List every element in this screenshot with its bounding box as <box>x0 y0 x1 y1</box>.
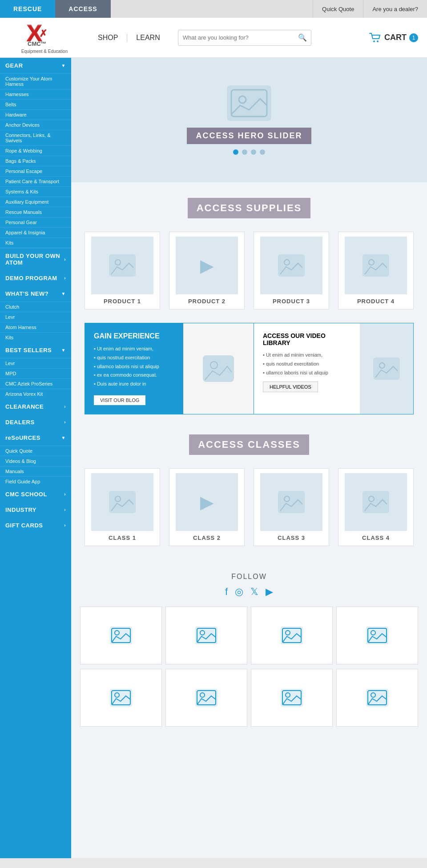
insta-6[interactable] <box>165 669 247 727</box>
sidebar-dealers-header[interactable]: DEALERS › <box>0 414 71 430</box>
hero-dot-4[interactable] <box>260 149 265 155</box>
supplies-title: ACCESS SUPPLIES <box>188 198 311 218</box>
header: X X ✗ CMC™ Equipment & Education SHOP LE… <box>0 18 427 58</box>
product-3[interactable]: PRODUCT 3 <box>254 232 329 309</box>
mid-center-placeholder <box>203 355 234 382</box>
insta-5[interactable] <box>80 669 162 727</box>
sidebar-item-levr[interactable]: Levr <box>0 358 71 368</box>
sidebar-item-arizona[interactable]: Arizona Vorex Kit <box>0 389 71 399</box>
build-chevron-icon: › <box>64 257 66 262</box>
top-nav: RESCUE ACCESS Quick Quote Are you a deal… <box>0 0 427 18</box>
logo-svg[interactable]: X X ✗ CMC™ <box>27 21 62 48</box>
sidebar-item-kits[interactable]: Kits <box>0 237 71 248</box>
insta-3[interactable] <box>251 607 333 664</box>
insta-8[interactable] <box>336 669 418 727</box>
mid-right-placeholder <box>373 358 400 380</box>
hero-dot-1[interactable] <box>233 149 238 155</box>
product-2[interactable]: ▶ PRODUCT 2 <box>169 232 245 309</box>
sidebar-item-quickquote[interactable]: Quick Quote <box>0 446 71 456</box>
sidebar-item-patient-care[interactable]: Patient Care & Transport <box>0 176 71 186</box>
search-input[interactable] <box>178 30 311 46</box>
sidebar-item-personal-escape[interactable]: Personal Escape <box>0 166 71 176</box>
insta-7[interactable] <box>251 669 333 727</box>
class-4[interactable]: CLASS 4 <box>338 468 414 546</box>
mid-left-point-5: Duis aute irure dolor in <box>94 380 174 389</box>
sidebar-item-mpd[interactable]: MPD <box>0 368 71 378</box>
class-1[interactable]: CLASS 1 <box>85 468 160 546</box>
sidebar-item-rescue-manuals[interactable]: Rescue Manuals <box>0 207 71 217</box>
hero-dot-3[interactable] <box>251 149 256 155</box>
sidebar-clearance-header[interactable]: CLEARANCE › <box>0 399 71 414</box>
sidebar-item-levr-new[interactable]: Levr <box>0 312 71 322</box>
sidebar-item-belts[interactable]: Belts <box>0 99 71 109</box>
class-4-label: CLASS 4 <box>362 534 390 541</box>
logo-area: X X ✗ CMC™ Equipment & Education <box>9 21 80 54</box>
helpful-videos-button[interactable]: HELPFUL VIDEOS <box>263 382 318 392</box>
sidebar-resources-header[interactable]: reSoURCES ▼ <box>0 430 71 446</box>
instagram-grid-row1 <box>71 607 427 664</box>
nav-access[interactable]: ACCESS <box>55 0 110 18</box>
mid-right-point-1: Ut enim ad minim veniam, <box>263 351 351 360</box>
nav-rescue[interactable]: RESCUE <box>0 0 55 18</box>
instagram-grid-row2 <box>71 669 427 727</box>
sidebar-item-manuals[interactable]: Manuals <box>0 466 71 476</box>
sidebar-item-videos-blog[interactable]: Videos & Blog <box>0 456 71 466</box>
cart-badge: 1 <box>409 33 418 42</box>
instagram-icon[interactable]: ◎ <box>235 586 243 598</box>
svg-point-4 <box>373 40 375 42</box>
visit-blog-button[interactable]: VISIT OUR BLOG <box>94 395 145 405</box>
class-1-image <box>91 473 153 531</box>
insta-4[interactable] <box>336 607 418 664</box>
hero-dot-2[interactable] <box>242 149 247 155</box>
facebook-icon[interactable]: f <box>225 586 228 598</box>
sidebar-item-hardware[interactable]: Hardware <box>0 109 71 120</box>
main-layout: GEAR ▼ Customize Your Atom Harness Harne… <box>0 58 427 858</box>
sidebar-item-kits-new[interactable]: Kits <box>0 332 71 342</box>
youtube-icon[interactable]: ▶ <box>266 586 273 598</box>
resources-chevron-icon: ▼ <box>61 435 66 440</box>
products-row: PRODUCT 1 ▶ PRODUCT 2 PRODUCT 3 PRODUCT … <box>71 227 427 318</box>
sidebar-item-anchor[interactable]: Anchor Devices <box>0 120 71 130</box>
class-3[interactable]: CLASS 3 <box>254 468 329 546</box>
sidebar-item-fieldguide[interactable]: Field Guide App <box>0 476 71 486</box>
class-2[interactable]: ▶ CLASS 2 <box>169 468 245 546</box>
cart-area[interactable]: CART 1 <box>369 33 418 43</box>
sidebar-whatsnew-header[interactable]: WHAT'S NEW? ▼ <box>0 286 71 301</box>
mid-left: GAIN EXPERIENCE Ut enim ad minim veniam,… <box>85 323 183 414</box>
sidebar-item-bags[interactable]: Bags & Packs <box>0 156 71 166</box>
gear-chevron-icon: ▼ <box>61 63 66 68</box>
quick-quote-link[interactable]: Quick Quote <box>313 0 363 18</box>
insta-1[interactable] <box>80 607 162 664</box>
sidebar-demo-header[interactable]: DEMO PROGRAM › <box>0 270 71 286</box>
dealer-link[interactable]: Are you a dealer? <box>363 0 427 18</box>
sidebar-item-atom-harness[interactable]: Atom Harness <box>0 322 71 332</box>
sidebar-item-auxiliary[interactable]: Auxiliary Equipment <box>0 197 71 207</box>
sidebar-item-systems[interactable]: Systems & Kits <box>0 186 71 197</box>
hero-label: ACCESS HERO SLIDER <box>187 128 311 144</box>
sidebar-giftcards-header[interactable]: GIFT CARDS › <box>0 518 71 533</box>
twitter-icon[interactable]: 𝕏 <box>250 586 258 598</box>
sidebar-item-clutch[interactable]: Clutch <box>0 301 71 312</box>
insta-2[interactable] <box>165 607 247 664</box>
product-1[interactable]: PRODUCT 1 <box>85 232 160 309</box>
sidebar-cmcschool-header[interactable]: CMC SCHOOL › <box>0 486 71 502</box>
hero-slider[interactable]: ACCESS HERO SLIDER <box>71 58 427 182</box>
sidebar-item-harnesses[interactable]: Harnesses <box>0 89 71 99</box>
sidebar-item-personal-gear[interactable]: Personal Gear <box>0 217 71 227</box>
sidebar-item-connectors[interactable]: Connectors, Links, & Swivels <box>0 130 71 145</box>
sidebar-bestsellers-header[interactable]: BEST SELLERS ▼ <box>0 342 71 358</box>
sidebar-item-apparel[interactable]: Apparel & Insignia <box>0 227 71 237</box>
sidebar-build-header[interactable]: BUILD YOUR OWN ATOM › <box>0 248 71 270</box>
product-2-label: PRODUCT 2 <box>188 298 226 305</box>
sidebar-item-cmc-aztek[interactable]: CMC Aztek ProSeries <box>0 378 71 389</box>
play-icon: ▶ <box>200 255 214 276</box>
sidebar-gear-header[interactable]: GEAR ▼ <box>0 58 71 73</box>
sidebar-item-customize-harness[interactable]: Customize Your Atom Harness <box>0 73 71 89</box>
sidebar-industry-header[interactable]: INDUSTRY › <box>0 502 71 518</box>
learn-link[interactable]: LEARN <box>127 34 169 42</box>
sidebar-item-rope[interactable]: Rope & Webbing <box>0 145 71 156</box>
mid-right-point-2: quis nostrud exercitation <box>263 360 351 369</box>
shop-link[interactable]: SHOP <box>89 34 127 42</box>
search-area: 🔍 <box>178 30 369 46</box>
product-4[interactable]: PRODUCT 4 <box>338 232 414 309</box>
